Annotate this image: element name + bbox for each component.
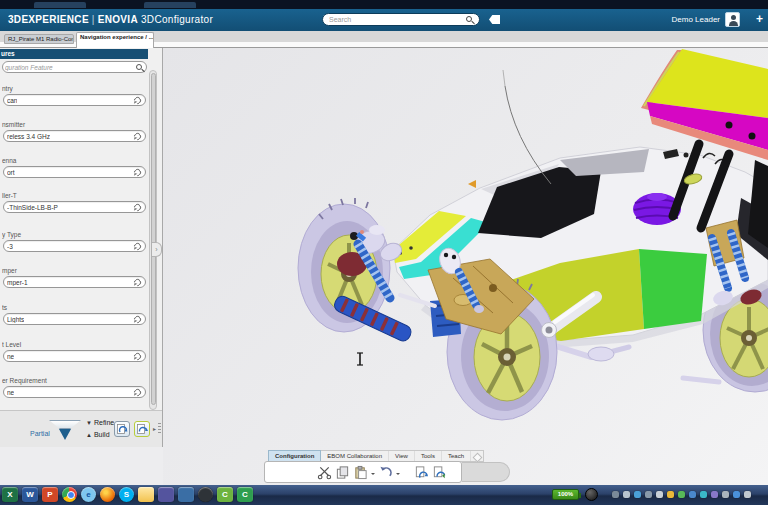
footer-expand-arrow[interactable]: ▸ — [153, 425, 156, 432]
reset-icon[interactable] — [133, 278, 143, 288]
reset-icon[interactable] — [133, 168, 143, 178]
taskbar-icon-chrome[interactable] — [62, 487, 77, 502]
paste-dropdown-caret[interactable] — [371, 473, 375, 477]
toolbar-more-icon[interactable] — [471, 451, 483, 461]
tray-icon-9[interactable] — [711, 491, 718, 498]
field-controller: ller-T -ThinSide-LB-B-P — [3, 192, 146, 216]
global-search-box[interactable] — [322, 13, 480, 26]
sync-arrows-icon — [116, 423, 129, 436]
requirement-select[interactable]: ne — [3, 386, 146, 398]
app-header: 3DEXPERIENCE|ENOVIA 3DConfigurator Demo … — [0, 9, 768, 31]
field-label: t Level — [2, 341, 146, 349]
user-name: Demo Leader — [672, 15, 720, 24]
footer-grip[interactable] — [158, 423, 161, 433]
partial-label: Partial — [30, 430, 50, 437]
system-tray — [612, 491, 751, 498]
combo-value: ne — [7, 389, 14, 396]
tray-icon-11[interactable] — [733, 491, 740, 498]
undo-dropdown-caret[interactable] — [396, 473, 400, 477]
tray-app-icon[interactable] — [585, 488, 598, 501]
field-label: ller-T — [2, 192, 146, 200]
combo-value: can — [7, 97, 17, 104]
add-button[interactable]: + — [756, 12, 763, 26]
tray-icon-3[interactable] — [645, 491, 652, 498]
tab-rj-pirate[interactable]: RJ_Pirate M1 Radio-Contr... — [4, 34, 74, 44]
filter-funnel-icon[interactable] — [49, 420, 81, 429]
taskbar-icon-excel[interactable]: X — [2, 487, 18, 502]
refine-button[interactable]: ▼Refine — [86, 419, 114, 426]
tray-icon-8[interactable] — [700, 491, 707, 498]
country-select[interactable]: can — [3, 94, 146, 106]
taskbar-icon-app-dark[interactable] — [198, 487, 213, 502]
build-button[interactable]: ▲Build — [86, 431, 110, 438]
taskbar-icon-word[interactable]: W — [22, 487, 38, 502]
bumper-select[interactable]: mper-1 — [3, 276, 146, 288]
feature-search-box[interactable] — [2, 61, 147, 73]
reset-icon[interactable] — [133, 315, 143, 325]
3d-viewport[interactable] — [163, 48, 768, 485]
reset-icon[interactable] — [133, 388, 143, 398]
taskbar-icon-internet-explorer[interactable]: e — [81, 487, 96, 502]
tab-view[interactable]: View — [389, 451, 415, 461]
app-brand: 3DEXPERIENCE|ENOVIA 3DConfigurator — [8, 14, 213, 25]
tray-icon-0[interactable] — [612, 491, 619, 498]
panel-scrollbar[interactable] — [149, 70, 157, 410]
taskbar-icon-camtasia[interactable]: C — [217, 487, 233, 502]
rc-buggy-model — [163, 48, 768, 485]
tab-tools[interactable]: Tools — [415, 451, 442, 461]
tab-ebom-collaboration[interactable]: EBOM Collaboration — [321, 451, 389, 461]
undo-icon[interactable] — [378, 465, 393, 480]
tab-teach[interactable]: Teach — [442, 451, 471, 461]
reset-icon[interactable] — [133, 203, 143, 213]
reset-icon[interactable] — [133, 96, 143, 106]
search-icon[interactable] — [466, 16, 472, 22]
controller-select[interactable]: -ThinSide-LB-B-P — [3, 201, 146, 213]
field-label: mper — [2, 267, 146, 275]
body-type-select[interactable]: -3 — [3, 240, 146, 252]
tray-icon-10[interactable] — [722, 491, 729, 498]
taskbar-icon-skype[interactable]: S — [119, 487, 134, 502]
taskbar-icon-camtasia-2[interactable]: C — [237, 487, 253, 502]
field-label: ntry — [2, 85, 146, 93]
update-config-button[interactable] — [114, 421, 130, 437]
reset-icon[interactable] — [133, 132, 143, 142]
taskbar-icon-license-app[interactable] — [158, 487, 174, 502]
transmitter-select[interactable]: reless 3.4 GHz — [3, 130, 146, 142]
copy-icon[interactable] — [335, 465, 350, 480]
reset-icon[interactable] — [133, 352, 143, 362]
tray-icon-7[interactable] — [689, 491, 696, 498]
taskbar-icon-folder[interactable] — [138, 487, 154, 502]
tray-icon-2[interactable] — [634, 491, 641, 498]
lights-select[interactable]: Lights — [3, 313, 146, 325]
user-avatar[interactable] — [725, 12, 740, 27]
reload-content-icon[interactable] — [414, 465, 429, 480]
scrollbar-thumb[interactable] — [151, 73, 156, 405]
field-label: y Type — [2, 231, 146, 239]
field-requirement: er Requirement ne — [3, 377, 146, 401]
background-window-tab — [34, 2, 86, 8]
validate-config-button[interactable] — [134, 421, 150, 437]
tray-icon-6[interactable] — [678, 491, 685, 498]
tray-icon-12[interactable] — [744, 491, 751, 498]
paste-icon[interactable] — [353, 465, 368, 480]
tray-icon-4[interactable] — [656, 491, 663, 498]
global-search-input[interactable] — [329, 14, 461, 25]
export-content-icon[interactable] — [432, 465, 447, 480]
tray-icon-5[interactable] — [667, 491, 674, 498]
filter-funnel-icon[interactable] — [59, 429, 71, 440]
level-select[interactable]: ne — [3, 350, 146, 362]
taskbar-icon-firefox[interactable] — [100, 487, 115, 502]
taskbar-icon-powerpoint[interactable]: P — [42, 487, 58, 502]
cut-icon[interactable] — [317, 465, 332, 480]
taskbar-icon-app-blue[interactable] — [178, 487, 194, 502]
reset-icon[interactable] — [133, 242, 143, 252]
tray-icon-1[interactable] — [623, 491, 630, 498]
panel-collapse-chevron[interactable]: › — [152, 242, 162, 257]
combo-value: reless 3.4 GHz — [7, 133, 50, 140]
brand-3dexperience: 3DEXPERIENCE — [8, 14, 89, 25]
tab-navigation-experience[interactable]: Navigation experience / ...x — [76, 32, 154, 48]
up-triangle-icon: ▲ — [86, 432, 92, 438]
feature-search-input[interactable] — [5, 62, 131, 72]
antenna-select[interactable]: ort — [3, 166, 146, 178]
tag-icon[interactable] — [489, 15, 500, 24]
